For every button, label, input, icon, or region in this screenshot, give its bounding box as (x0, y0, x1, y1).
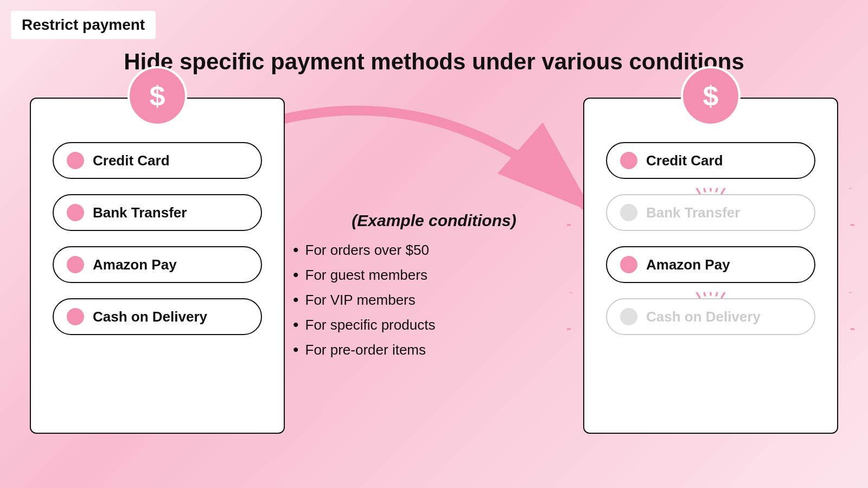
left-amazon-pay-label: Amazon Pay (93, 256, 177, 273)
right-cod-item[interactable]: Cash on Delivery (606, 298, 815, 335)
right-payment-card: $ Credit Card (583, 98, 838, 434)
left-credit-card-item[interactable]: Credit Card (53, 142, 262, 179)
left-cod-radio (67, 308, 84, 325)
svg-line-15 (851, 225, 854, 226)
svg-line-2 (703, 188, 705, 191)
title-box: Restrict payment (11, 11, 156, 39)
left-cod-label: Cash on Delivery (93, 309, 207, 325)
conditions-section: (Example conditions) For orders over $50… (293, 211, 575, 359)
svg-line-20 (716, 292, 718, 296)
right-bank-transfer-wrapper: Bank Transfer (606, 194, 815, 231)
left-credit-card-radio (67, 152, 84, 169)
svg-line-26 (722, 292, 726, 298)
right-amazon-pay-label: Amazon Pay (646, 256, 730, 273)
right-cod-wrapper: Cash on Delivery (606, 298, 815, 335)
svg-line-17 (696, 292, 700, 298)
main-headline: Hide specific payment methods under vari… (0, 49, 868, 75)
right-dollar-icon: $ (681, 66, 741, 126)
svg-line-4 (716, 188, 718, 191)
condition-item-4: For specific products (293, 316, 575, 334)
svg-line-22 (696, 292, 700, 298)
right-cod-label: Cash on Delivery (646, 309, 761, 325)
right-credit-card-label: Credit Card (646, 152, 723, 169)
left-payment-list: Credit Card Bank Transfer Amazon Pay Cas… (31, 99, 284, 351)
left-amazon-pay-radio (67, 256, 84, 273)
conditions-title: (Example conditions) (293, 211, 575, 230)
page-title: Restrict payment (22, 16, 145, 34)
svg-line-25 (716, 292, 718, 296)
svg-line-7 (703, 188, 705, 191)
svg-line-21 (722, 292, 726, 298)
condition-item-1: For orders over $50 (293, 241, 575, 259)
svg-line-1 (696, 188, 700, 194)
right-amazon-pay-radio (620, 256, 637, 273)
condition-item-5: For pre-order items (293, 341, 575, 359)
conditions-list: For orders over $50 For guest members Fo… (293, 241, 575, 359)
svg-line-9 (716, 188, 718, 191)
svg-line-23 (703, 292, 705, 296)
right-bank-transfer-item[interactable]: Bank Transfer (606, 194, 815, 231)
svg-line-6 (696, 188, 700, 194)
left-bank-transfer-item[interactable]: Bank Transfer (53, 194, 262, 231)
left-bank-transfer-radio (67, 204, 84, 221)
condition-item-3: For VIP members (293, 291, 575, 309)
left-amazon-pay-item[interactable]: Amazon Pay (53, 246, 262, 283)
left-bank-transfer-label: Bank Transfer (93, 204, 187, 221)
condition-item-2: For guest members (293, 266, 575, 284)
right-bank-transfer-label: Bank Transfer (646, 204, 740, 221)
right-bank-transfer-radio (620, 204, 637, 221)
right-credit-card-item[interactable]: Credit Card (606, 142, 815, 179)
right-credit-card-radio (620, 152, 637, 169)
left-payment-card: $ Credit Card Bank Transfer Amazon Pay C… (30, 98, 285, 434)
svg-line-10 (722, 188, 726, 194)
left-dollar-icon: $ (127, 66, 187, 126)
svg-line-31 (851, 329, 854, 330)
right-cod-radio (620, 308, 637, 325)
svg-line-5 (722, 188, 726, 194)
left-cod-item[interactable]: Cash on Delivery (53, 298, 262, 335)
right-payment-list: Credit Card (584, 99, 837, 351)
left-credit-card-label: Credit Card (93, 152, 170, 169)
right-amazon-pay-item[interactable]: Amazon Pay (606, 246, 815, 283)
svg-line-18 (703, 292, 705, 296)
